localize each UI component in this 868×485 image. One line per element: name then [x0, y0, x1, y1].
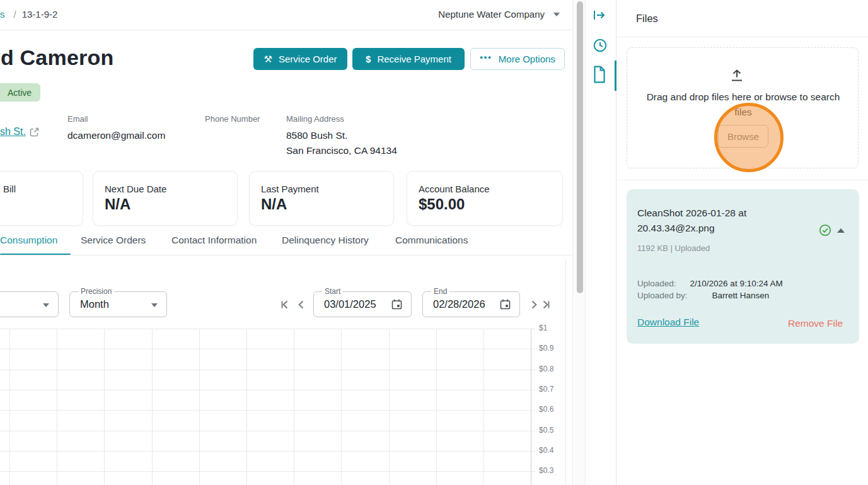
y-axis-tick-label: $0.6 [539, 405, 553, 414]
page-title: d Cameron [1, 45, 113, 70]
calendar-icon[interactable] [499, 298, 511, 313]
receive-payment-label: Receive Payment [377, 54, 451, 64]
y-axis-tick-label: $1 [539, 324, 547, 332]
service-order-button[interactable]: ⚒ Service Order [253, 48, 347, 70]
y-gridline [0, 451, 535, 452]
start-date-label: Start [322, 287, 343, 296]
chevron-down-icon [43, 303, 49, 307]
y-axis-tick-label: $0.5 [539, 426, 553, 435]
calendar-icon[interactable] [391, 298, 403, 313]
uploaded-by-label: Uploaded by: [637, 291, 688, 300]
next-due-date-card: Next Due Date N/A [93, 171, 238, 226]
history-icon[interactable] [593, 38, 608, 53]
tab-delinquency-history[interactable]: Delinquency History [282, 235, 369, 246]
breadcrumb-parent-link[interactable]: s [0, 9, 5, 20]
account-balance-card: Account Balance $50.00 [407, 171, 563, 226]
chart-type-select[interactable] [0, 291, 59, 317]
service-address-link[interactable]: sh St. [0, 126, 26, 137]
remove-file-link[interactable]: Remove File [788, 318, 843, 329]
dropzone-text: Drag and drop files here or browse to se… [640, 90, 847, 120]
file-meta: 1192 KB | Uploaded [637, 243, 710, 253]
tab-service-orders[interactable]: Service Orders [81, 235, 146, 246]
end-date-value[interactable]: 02/28/2026 [433, 298, 497, 310]
x-gridline [389, 329, 390, 485]
contact-phone: Phone Number [205, 114, 260, 128]
last-payment-label: Last Payment [261, 184, 393, 194]
x-gridline [436, 329, 437, 485]
account-balance-label: Account Balance [419, 184, 562, 194]
app-screen: s/13-1-9-2 Neptune Water Company d Camer… [0, 0, 868, 485]
files-panel-title: Files [636, 13, 658, 25]
next-due-date-label: Next Due Date [105, 184, 237, 194]
y-gridline [0, 471, 535, 472]
breadcrumb: s/13-1-9-2 [0, 9, 57, 20]
tab-communications[interactable]: Communications [395, 235, 468, 246]
start-date-field[interactable]: Start 03/01/2025 [313, 291, 412, 317]
uploaded-at-row: Uploaded:2/10/2026 at 9:10:24 AM [637, 279, 783, 288]
tab-consumption[interactable]: Consumption [0, 235, 57, 246]
end-date-field[interactable]: End 02/28/2026 [422, 291, 520, 317]
bill-card-label: Bill [3, 184, 83, 194]
next-page-button[interactable] [529, 300, 539, 310]
contact-email: Email dcameron@gmail.com [67, 114, 165, 143]
collapse-panel-icon[interactable] [593, 9, 608, 24]
x-gridline [341, 329, 342, 485]
receive-payment-button[interactable]: $ Receive Payment [352, 48, 465, 70]
x-gridline [152, 329, 153, 485]
x-gridline [104, 329, 105, 485]
last-payment-card: Last Payment N/A [249, 171, 394, 226]
scrollbar-thumb[interactable] [577, 1, 583, 293]
company-selector[interactable]: Neptune Water Company [438, 9, 560, 20]
more-options-button[interactable]: ••• More Options [470, 48, 565, 70]
company-selector-label: Neptune Water Company [438, 9, 545, 20]
mailing-address-label: Mailing Address [286, 114, 397, 124]
service-order-label: Service Order [279, 54, 337, 64]
contact-mailing-address: Mailing Address 8580 Bush St. San Franci… [286, 114, 397, 158]
previous-page-button[interactable] [296, 300, 306, 310]
panel-divider [616, 180, 868, 180]
mailing-address-line1: 8580 Bush St. [286, 128, 397, 143]
external-link-icon[interactable] [29, 127, 40, 140]
account-balance-value: $50.00 [419, 196, 562, 213]
consumption-chart: $1$0.9$0.8$0.7$0.6$0.5$0.4$0.3 [0, 318, 572, 485]
download-file-link[interactable]: Download File [637, 317, 699, 328]
uploaded-at-label: Uploaded: [637, 279, 676, 288]
wrench-icon: ⚒ [264, 54, 272, 65]
active-panel-indicator [615, 61, 616, 91]
x-gridline [483, 329, 484, 485]
y-axis-tick-label: $0.7 [539, 385, 553, 394]
next-due-date-value: N/A [105, 196, 237, 213]
collapse-card-icon[interactable] [837, 228, 845, 233]
y-axis-tick-label: $0.9 [539, 344, 553, 353]
uploaded-at-value: 2/10/2026 at 9:10:24 AM [690, 279, 783, 288]
y-axis-line [531, 329, 531, 485]
email-value: dcameron@gmail.com [67, 128, 165, 143]
breadcrumb-current: 13-1-9-2 [22, 9, 58, 20]
browse-button[interactable]: Browse [718, 125, 768, 148]
file-dropzone[interactable]: Drag and drop files here or browse to se… [627, 47, 859, 168]
panel-divider [616, 37, 868, 37]
y-gridline [0, 410, 535, 411]
x-gridline [9, 329, 10, 485]
phone-label: Phone Number [205, 114, 260, 124]
start-date-value[interactable]: 03/01/2025 [324, 298, 390, 310]
uploaded-by-value: Barrett Hansen [712, 291, 770, 300]
chevron-down-icon [553, 13, 560, 16]
tabs-divider [0, 255, 572, 255]
first-page-button[interactable] [280, 300, 290, 310]
last-page-button[interactable] [541, 300, 551, 310]
y-gridline [0, 390, 535, 390]
upload-icon [730, 69, 744, 84]
tab-contact-information[interactable]: Contact Information [171, 235, 257, 246]
files-tab-icon[interactable] [593, 66, 608, 81]
x-gridline [57, 329, 57, 485]
y-gridline [0, 431, 535, 431]
precision-select[interactable]: Precision Month [69, 291, 167, 317]
status-badge: Active [0, 83, 40, 102]
y-axis-tick-label: $0.4 [539, 446, 553, 455]
email-label: Email [67, 114, 165, 124]
y-gridline [0, 329, 535, 329]
x-gridline [246, 329, 247, 485]
check-circle-icon [819, 224, 831, 239]
end-date-label: End [431, 287, 449, 296]
